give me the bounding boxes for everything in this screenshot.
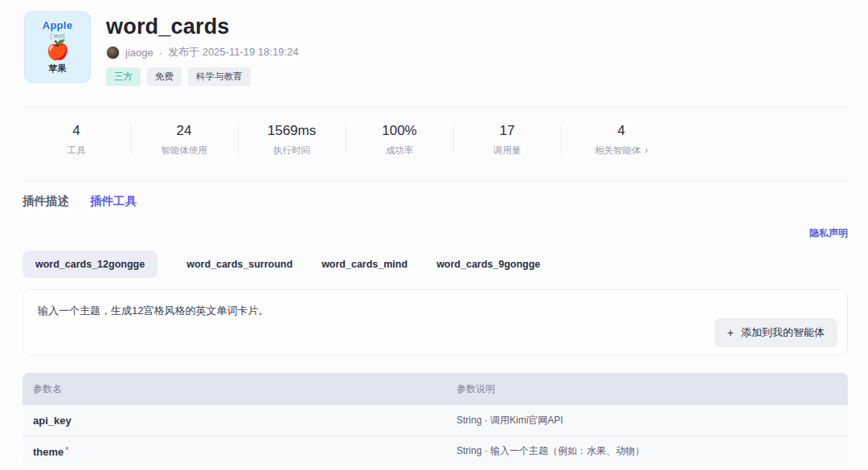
stat-label: 成功率 <box>346 145 453 157</box>
table-row: theme* String · 输入一个主题（例如：水果、动物） <box>23 435 848 466</box>
tool-description-card: 输入一个主题，生成12宫格风格的英文单词卡片。 + 添加到我的智能体 <box>23 289 848 355</box>
privacy-row: 隐私声明 <box>0 225 868 240</box>
add-to-my-agents-button[interactable]: + 添加到我的智能体 <box>714 318 837 347</box>
stat-success-rate: 100% 成功率 <box>346 121 453 158</box>
stat-value: 17 <box>453 123 561 139</box>
param-name-cell: theme* <box>23 444 446 459</box>
stat-tools: 4 工具 <box>23 121 130 158</box>
tool-tab-mind[interactable]: word_cards_mind <box>321 251 407 278</box>
param-description-cell: String · 调用Kimi官网API <box>446 414 848 427</box>
param-description-cell: String · 输入一个主题（例如：水果、动物） <box>446 444 848 458</box>
stat-label: 相关智能体› <box>561 145 682 157</box>
stat-label-text: 相关智能体 <box>595 145 641 155</box>
icon-card-phonetic: [ˈæpl] <box>51 33 65 39</box>
tags-row: 三方 免费 科学与教育 <box>106 67 298 86</box>
required-asterisk: * <box>65 445 68 455</box>
tab-plugin-tools[interactable]: 插件工具 <box>90 194 137 209</box>
param-name: api_key <box>33 415 72 427</box>
stat-value: 100% <box>346 123 453 139</box>
tag-third-party: 三方 <box>106 67 141 86</box>
publish-info: 发布于 2025-11-19 18:19:24 <box>168 45 298 59</box>
tool-tab-surround[interactable]: word_cards_surround <box>186 251 293 278</box>
stat-label: 智能体使用 <box>130 145 238 157</box>
stat-value: 4 <box>23 123 130 139</box>
stat-value: 1569ms <box>238 123 346 139</box>
author-name[interactable]: jiaoge <box>125 47 154 59</box>
param-name: theme <box>33 446 63 458</box>
tab-plugin-description[interactable]: 插件描述 <box>23 194 69 209</box>
stat-agent-usage: 24 智能体使用 <box>130 121 238 158</box>
stats-row: 4 工具 24 智能体使用 1569ms 执行时间 100% 成功率 17 调用… <box>0 108 868 170</box>
table-row: api_key String · 调用Kimi官网API <box>23 405 848 435</box>
params-table: 参数名 参数说明 api_key String · 调用Kimi官网API th… <box>23 373 848 466</box>
plugin-header: Apple [ˈæpl] 🍎 苹果 word_cards jiaoge · 发布… <box>0 0 868 86</box>
tag-category: 科学与教育 <box>188 67 251 86</box>
column-header-param-description: 参数说明 <box>446 382 848 396</box>
tool-tab-12gongge[interactable]: word_cards_12gongge <box>23 251 158 278</box>
stat-value: 4 <box>561 123 682 139</box>
icon-card-translation: 苹果 <box>49 63 67 75</box>
tabs-row: 插件描述 插件工具 <box>0 182 868 209</box>
stat-label: 调用量 <box>453 145 561 157</box>
title-block: word_cards jiaoge · 发布于 2025-11-19 18:19… <box>106 11 298 86</box>
column-header-param-name: 参数名 <box>23 382 446 396</box>
plus-icon: + <box>727 327 734 338</box>
chevron-right-icon: › <box>645 145 648 156</box>
stat-call-volume: 17 调用量 <box>453 121 561 158</box>
tag-free: 免费 <box>147 67 182 86</box>
add-button-label: 添加到我的智能体 <box>741 325 825 340</box>
page-title: word_cards <box>106 14 298 39</box>
params-table-header: 参数名 参数说明 <box>23 373 848 405</box>
stat-value: 24 <box>130 123 238 139</box>
icon-card-word: Apple <box>43 19 73 31</box>
plugin-icon-card: Apple [ˈæpl] 🍎 苹果 <box>24 11 91 83</box>
author-row: jiaoge · 发布于 2025-11-19 18:19:24 <box>106 45 298 59</box>
param-name-cell: api_key <box>23 413 446 427</box>
stat-label: 工具 <box>23 145 130 157</box>
dot-separator: · <box>159 47 162 59</box>
tool-tabs: word_cards_12gongge word_cards_surround … <box>0 251 868 278</box>
stat-related-agents[interactable]: 4 相关智能体› <box>561 121 682 158</box>
tool-tab-9gongge[interactable]: word_cards_9gongge <box>436 251 540 278</box>
stat-label: 执行时间 <box>238 145 346 157</box>
author-avatar <box>106 46 120 59</box>
privacy-statement-link[interactable]: 隐私声明 <box>809 227 848 239</box>
apple-emoji-icon: 🍎 <box>46 39 69 62</box>
stat-exec-time: 1569ms 执行时间 <box>238 121 346 158</box>
